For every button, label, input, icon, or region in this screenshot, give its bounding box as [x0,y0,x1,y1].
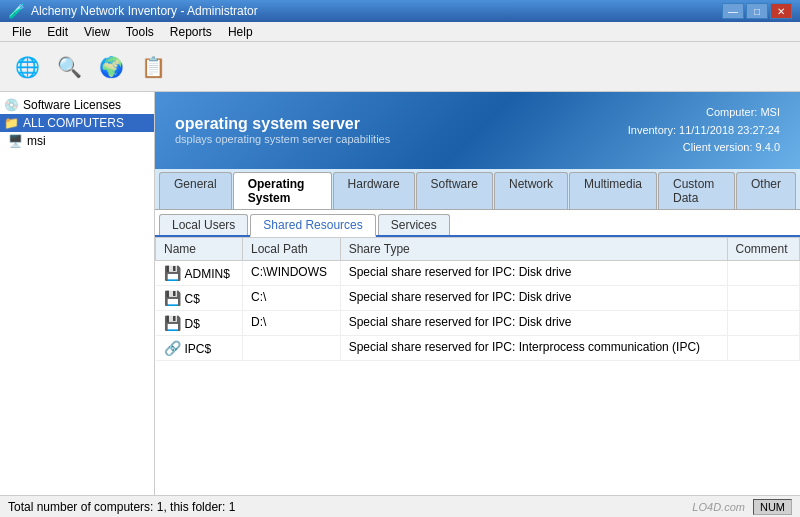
toolbar-btn-search[interactable]: 🔍 [50,48,88,86]
table-row[interactable]: 💾C$ C:\ Special share reserved for IPC: … [156,285,800,310]
tab-operating-system[interactable]: Operating System [233,172,332,209]
toolbar-btn-globe[interactable]: 🌍 [92,48,130,86]
col-name: Name [156,237,243,260]
cell-name: 💾D$ [156,310,243,335]
cell-comment [727,335,799,360]
sw-license-label: Software Licenses [23,98,121,112]
banner: operating system server dsplays operatin… [155,92,800,169]
menu-tools[interactable]: Tools [118,23,162,41]
banner-title: operating system server [175,115,390,133]
banner-right: Computer: MSI Inventory: 11/11/2018 23:2… [628,104,780,157]
menu-reports[interactable]: Reports [162,23,220,41]
close-button[interactable]: ✕ [770,3,792,19]
row-icon: 💾 [164,290,181,306]
table-row[interactable]: 🔗IPC$ Special share reserved for IPC: In… [156,335,800,360]
subtab-shared-resources[interactable]: Shared Resources [250,214,375,237]
row-icon: 💾 [164,315,181,331]
menu-help[interactable]: Help [220,23,261,41]
maximize-button[interactable]: □ [746,3,768,19]
cell-path: C:\WINDOWS [242,260,340,285]
table-row[interactable]: 💾D$ D:\ Special share reserved for IPC: … [156,310,800,335]
banner-inventory: Inventory: 11/11/2018 23:27:24 [628,122,780,140]
subtab-local-users[interactable]: Local Users [159,214,248,235]
tab-general[interactable]: General [159,172,232,209]
status-bar: Total number of computers: 1, this folde… [0,495,800,517]
main-layout: 💿 Software Licenses 📁 ALL COMPUTERS 🖥️ m… [0,92,800,495]
toolbar: 🌐 🔍 🌍 📋 [0,42,800,92]
num-indicator: NUM [753,499,792,515]
sidebar-sw-licenses[interactable]: 💿 Software Licenses [0,96,154,114]
banner-computer: Computer: MSI [628,104,780,122]
table-row[interactable]: 💾ADMIN$ C:\WINDOWS Special share reserve… [156,260,800,285]
menu-view[interactable]: View [76,23,118,41]
tab-multimedia[interactable]: Multimedia [569,172,657,209]
banner-left: operating system server dsplays operatin… [175,115,390,145]
cell-name: 💾ADMIN$ [156,260,243,285]
menu-bar: File Edit View Tools Reports Help [0,22,800,42]
tab-software[interactable]: Software [416,172,493,209]
cell-path [242,335,340,360]
cell-comment [727,285,799,310]
all-computers-label: ALL COMPUTERS [23,116,124,130]
toolbar-btn-network[interactable]: 🌐 [8,48,46,86]
title-bar: 🧪 Alchemy Network Inventory - Administra… [0,0,800,22]
cell-comment [727,260,799,285]
content-area: operating system server dsplays operatin… [155,92,800,495]
cell-share-type: Special share reserved for IPC: Disk dri… [340,260,727,285]
col-share-type: Share Type [340,237,727,260]
menu-file[interactable]: File [4,23,39,41]
watermark: LO4D.com [692,501,745,513]
sidebar: 💿 Software Licenses 📁 ALL COMPUTERS 🖥️ m… [0,92,155,495]
table-area: Name Local Path Share Type Comment 💾ADMI… [155,237,800,495]
cell-comment [727,310,799,335]
tab-hardware[interactable]: Hardware [333,172,415,209]
subtab-services[interactable]: Services [378,214,450,235]
row-icon: 🔗 [164,340,181,356]
shared-resources-table: Name Local Path Share Type Comment 💾ADMI… [155,237,800,361]
cell-share-type: Special share reserved for IPC: Disk dri… [340,285,727,310]
toolbar-btn-reports[interactable]: 📋 [134,48,172,86]
tab-other[interactable]: Other [736,172,796,209]
tab-network[interactable]: Network [494,172,568,209]
cell-share-type: Special share reserved for IPC: Disk dri… [340,310,727,335]
cell-path: C:\ [242,285,340,310]
col-local-path: Local Path [242,237,340,260]
status-right: LO4D.com NUM [692,499,792,515]
sidebar-all-computers[interactable]: 📁 ALL COMPUTERS [0,114,154,132]
cell-name: 🔗IPC$ [156,335,243,360]
col-comment: Comment [727,237,799,260]
msi-icon: 🖥️ [8,134,23,148]
minimize-button[interactable]: — [722,3,744,19]
sw-license-icon: 💿 [4,98,19,112]
sidebar-msi[interactable]: 🖥️ msi [0,132,154,150]
all-computers-icon: 📁 [4,116,19,130]
title-text: Alchemy Network Inventory - Administrato… [31,4,258,18]
menu-edit[interactable]: Edit [39,23,76,41]
banner-client: Client version: 9.4.0 [628,139,780,157]
app-icon: 🧪 [8,3,25,19]
cell-path: D:\ [242,310,340,335]
sub-tab-bar: Local Users Shared Resources Services [155,210,800,237]
tab-custom-data[interactable]: Custom Data [658,172,735,209]
window-controls[interactable]: — □ ✕ [722,3,792,19]
row-icon: 💾 [164,265,181,281]
msi-label: msi [27,134,46,148]
main-tab-bar: General Operating System Hardware Softwa… [155,169,800,210]
cell-share-type: Special share reserved for IPC: Interpro… [340,335,727,360]
cell-name: 💾C$ [156,285,243,310]
status-text: Total number of computers: 1, this folde… [8,500,235,514]
banner-subtitle: dsplays operating system server capabili… [175,133,390,145]
